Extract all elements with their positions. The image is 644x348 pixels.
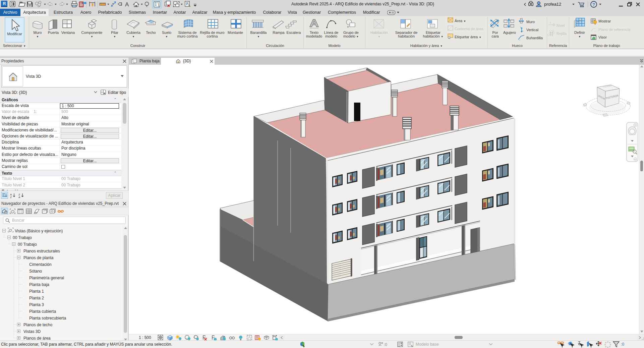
svg-text:?: ? (592, 2, 595, 7)
svg-text:Z: Z (10, 196, 12, 198)
svg-text:A: A (449, 37, 450, 39)
svg-text:profea12: profea12 (544, 2, 561, 7)
svg-text:R: R (3, 1, 6, 6)
svg-text:A: A (18, 196, 20, 198)
svg-text:1: 1 (550, 21, 551, 24)
svg-text::0: :0 (384, 342, 387, 347)
